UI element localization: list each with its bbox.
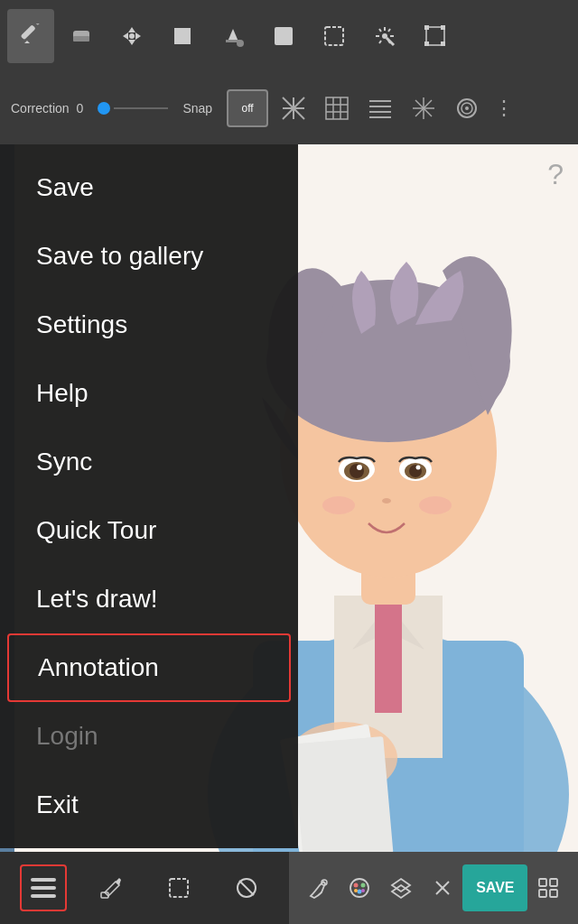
menu-item-save[interactable]: Save [0,153,298,222]
transform-tool[interactable] [412,9,459,63]
svg-marker-1 [24,41,30,43]
svg-rect-10 [174,28,191,44]
svg-rect-28 [441,42,445,46]
svg-rect-73 [31,886,56,890]
svg-rect-25 [424,25,429,30]
svg-rect-12 [226,40,240,42]
svg-line-23 [387,38,394,45]
svg-rect-71 [294,736,394,852]
svg-point-67 [322,496,355,514]
snap-more-options[interactable]: ⋮ [494,97,514,120]
svg-point-60 [350,464,364,478]
snap-circle-icon[interactable] [449,89,485,127]
svg-point-65 [416,466,421,470]
dropdown-menu: Save Save to gallery Settings Help Sync … [0,144,298,848]
svg-marker-5 [128,27,135,32]
correction-slider[interactable] [98,102,168,115]
menu-item-sync[interactable]: Sync [0,428,298,496]
svg-marker-8 [135,32,141,40]
slider-handle[interactable] [98,102,110,115]
svg-point-85 [361,889,365,892]
menu-item-annotation[interactable]: Annotation [7,633,291,702]
svg-point-84 [354,889,358,892]
snap-grid-icon[interactable] [319,89,355,127]
snap-label: Snap [182,101,212,116]
apps-grid-button[interactable] [527,864,569,911]
svg-rect-27 [424,42,429,46]
hamburger-menu-button[interactable] [20,864,67,911]
svg-line-78 [239,881,254,895]
color-palette-button[interactable] [340,864,381,911]
pencil-tool[interactable] [7,9,54,63]
svg-marker-6 [128,40,135,45]
bottom-right-toolbar: SAVE [289,852,578,924]
svg-point-61 [357,465,362,470]
edit-button[interactable] [88,864,135,911]
bottom-bar: SAVE [0,852,578,924]
svg-rect-4 [73,36,89,42]
svg-rect-91 [550,879,557,886]
svg-rect-72 [31,878,56,882]
svg-rect-13 [275,27,293,45]
svg-rect-2 [34,23,41,25]
snap-lines-icon[interactable] [362,89,398,127]
svg-rect-33 [326,97,348,119]
color-swatch[interactable] [260,9,307,63]
svg-line-19 [379,29,381,32]
svg-line-16 [388,29,390,32]
svg-rect-92 [539,890,546,897]
select-rect-tool[interactable] [311,9,358,63]
erase-button[interactable] [223,864,270,911]
help-icon[interactable]: ? [547,158,564,191]
svg-line-21 [379,41,381,43]
svg-rect-14 [325,27,343,45]
top-toolbar [0,0,578,72]
svg-rect-90 [539,879,546,886]
second-toolbar: Correction 0 Snap off [0,72,578,144]
menu-item-exit[interactable]: Exit [0,771,298,839]
svg-point-83 [358,890,362,894]
menu-item-login[interactable]: Login [0,702,298,771]
svg-point-82 [361,883,366,888]
move-tool[interactable] [108,9,155,63]
snap-radial-icon[interactable] [406,89,442,127]
svg-rect-76 [170,879,188,897]
menu-item-settings[interactable]: Settings [0,291,298,359]
menu-item-quick-tour[interactable]: Quick Tour [0,496,298,565]
close-button[interactable] [422,864,463,911]
save-button[interactable]: SAVE [462,864,527,911]
svg-point-48 [465,106,469,110]
svg-point-68 [419,496,452,514]
menu-item-help[interactable]: Help [0,359,298,428]
svg-rect-54 [375,605,402,713]
svg-rect-26 [441,25,445,30]
snap-off-button[interactable]: off [227,89,268,127]
svg-rect-74 [31,894,56,898]
menu-item-save-to-gallery[interactable]: Save to gallery [0,222,298,291]
selection-button[interactable] [155,864,202,911]
svg-point-80 [350,879,368,897]
brush-button[interactable] [298,864,340,911]
svg-rect-93 [550,890,557,897]
svg-rect-0 [21,24,36,40]
svg-marker-7 [123,32,128,40]
magic-wand-tool[interactable] [361,9,408,63]
svg-point-81 [354,883,359,888]
snap-diagonal-icon[interactable] [275,89,312,127]
correction-label: Correction [11,101,70,116]
bottom-left-toolbar [0,864,289,911]
svg-point-66 [382,498,391,504]
layers-button[interactable] [380,864,422,911]
correction-value: 0 [77,101,84,116]
eraser-tool[interactable] [58,9,105,63]
fill-tool[interactable] [210,9,256,63]
rectangle-tool[interactable] [159,9,206,63]
menu-item-lets-draw[interactable]: Let's draw! [0,565,298,633]
slider-track [114,107,168,109]
svg-point-9 [129,33,135,39]
